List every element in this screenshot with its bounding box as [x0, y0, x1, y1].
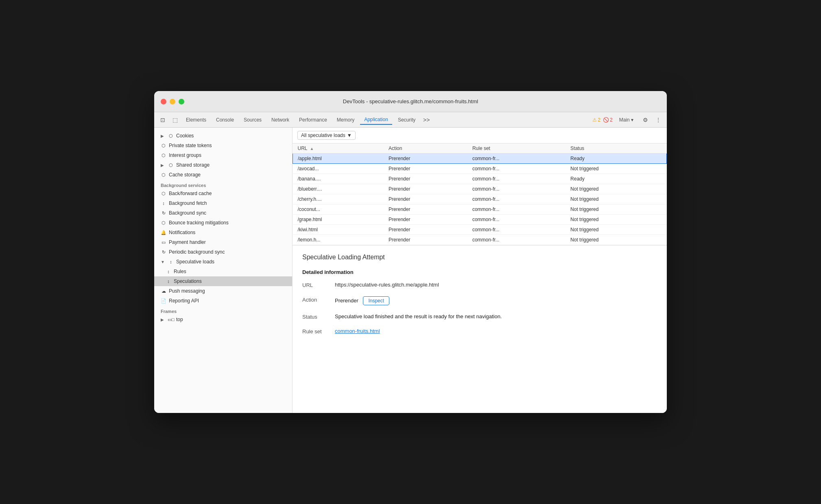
inspect-element-icon[interactable]: ⊡: [157, 115, 168, 125]
inspect-button[interactable]: Inspect: [363, 296, 389, 305]
tab-memory[interactable]: Memory: [333, 115, 358, 124]
cell-url: /banana....: [293, 174, 384, 184]
cell-status: Ready: [566, 154, 666, 164]
cell-status: Not triggered: [566, 225, 666, 235]
sidebar-item-rules[interactable]: Rules: [154, 267, 292, 276]
sidebar-item-reporting-api[interactable]: Reporting API: [154, 296, 292, 306]
arrow-icon: [166, 269, 171, 274]
sidebar-label-speculations: Speculations: [174, 278, 202, 284]
sidebar-label-periodic-background-sync: Periodic background sync: [169, 249, 225, 255]
sidebar-label-cookies: Cookies: [176, 133, 194, 139]
table-row[interactable]: /blueberr.... Prerender common-fr... Not…: [293, 184, 667, 194]
db-icon: [168, 133, 174, 139]
col-url[interactable]: URL ▲: [293, 143, 384, 154]
table-row[interactable]: /grape.html Prerender common-fr... Not t…: [293, 215, 667, 225]
filter-dropdown[interactable]: All speculative loads ▼: [297, 131, 356, 140]
arrow-icon: [168, 259, 174, 265]
error-badge[interactable]: 🚫 2: [603, 117, 613, 123]
sidebar-item-top-frame[interactable]: ▶ □ top: [154, 315, 292, 324]
cell-action: Prerender: [384, 225, 467, 235]
minimize-button[interactable]: [170, 99, 175, 104]
table-row[interactable]: /apple.html Prerender common-fr... Ready: [293, 154, 667, 164]
sidebar-item-private-state-tokens[interactable]: Private state tokens: [154, 141, 292, 150]
background-services-label: Background services: [154, 180, 292, 189]
sidebar-label-reporting-api: Reporting API: [169, 298, 199, 304]
main-dropdown[interactable]: Main ▾: [615, 115, 638, 124]
sidebar-item-notifications[interactable]: Notifications: [154, 228, 292, 237]
cell-ruleset: common-fr...: [467, 154, 566, 164]
frames-label: Frames: [154, 306, 292, 315]
sidebar-label-push-messaging: Push messaging: [169, 288, 205, 294]
table-row[interactable]: /coconut... Prerender common-fr... Not t…: [293, 204, 667, 215]
cell-status: Not triggered: [566, 204, 666, 215]
sidebar-label-back-forward-cache: Back/forward cache: [169, 191, 212, 196]
sidebar-item-speculative-loads[interactable]: Speculative loads: [154, 257, 292, 267]
col-ruleset: Rule set: [467, 143, 566, 154]
chevron-right-icon: ▶: [161, 134, 166, 138]
settings-icon[interactable]: ⚙: [640, 115, 651, 125]
table-row[interactable]: /kiwi.html Prerender common-fr... Not tr…: [293, 225, 667, 235]
sidebar-item-background-fetch[interactable]: Background fetch: [154, 198, 292, 208]
filter-bar: All speculative loads ▼: [293, 128, 667, 143]
tab-sources[interactable]: Sources: [240, 115, 266, 124]
tab-security[interactable]: Security: [394, 115, 419, 124]
detail-title: Speculative Loading Attempt: [302, 254, 657, 261]
cell-status: Not triggered: [566, 235, 666, 245]
tab-application[interactable]: Application: [360, 115, 392, 125]
sidebar-item-cache-storage[interactable]: Cache storage: [154, 170, 292, 180]
more-tabs-icon[interactable]: >>: [421, 115, 432, 125]
sidebar-item-back-forward-cache[interactable]: Back/forward cache: [154, 189, 292, 198]
ruleset-link[interactable]: common-fruits.html: [335, 328, 380, 334]
cell-ruleset: common-fr...: [467, 215, 566, 225]
sidebar-label-interest-groups: Interest groups: [169, 152, 201, 158]
warning-badge[interactable]: ⚠ 2: [592, 117, 600, 123]
sidebar-item-push-messaging[interactable]: Push messaging: [154, 286, 292, 296]
frame-icon: □: [168, 317, 174, 322]
detail-row-ruleset: Rule set common-fruits.html: [302, 328, 657, 335]
tab-console[interactable]: Console: [212, 115, 238, 124]
sidebar-label-shared-storage: Shared storage: [176, 162, 210, 168]
devtools-window: DevTools - speculative-rules.glitch.me/c…: [154, 91, 667, 413]
cell-action: Prerender: [384, 164, 467, 174]
table-row[interactable]: /banana.... Prerender common-fr... Ready: [293, 174, 667, 184]
sort-icon: ▲: [310, 146, 314, 151]
sidebar-item-bounce-tracking[interactable]: Bounce tracking mitigations: [154, 218, 292, 228]
sidebar-label-payment-handler: Payment handler: [169, 239, 206, 245]
close-button[interactable]: [161, 99, 166, 104]
detail-row-action: Action Prerender Inspect: [302, 296, 657, 305]
detail-value-status: Speculative load finished and the result…: [335, 313, 657, 319]
detail-value-action: Prerender Inspect: [335, 296, 657, 305]
window-title: DevTools - speculative-rules.glitch.me/c…: [343, 98, 478, 104]
table-row[interactable]: /avocad... Prerender common-fr... Not tr…: [293, 164, 667, 174]
warning-icon: ⚠: [592, 117, 597, 123]
tab-network[interactable]: Network: [267, 115, 293, 124]
bell-icon: [161, 230, 166, 235]
cell-url: /cherry.h....: [293, 194, 384, 204]
sidebar-item-payment-handler[interactable]: Payment handler: [154, 237, 292, 247]
sidebar-item-interest-groups[interactable]: Interest groups: [154, 150, 292, 160]
detail-label-ruleset: Rule set: [302, 328, 335, 335]
detail-label-status: Status: [302, 313, 335, 320]
cell-url: /grape.html: [293, 215, 384, 225]
cell-ruleset: common-fr...: [467, 184, 566, 194]
table-row[interactable]: /cherry.h.... Prerender common-fr... Not…: [293, 194, 667, 204]
col-status: Status: [566, 143, 666, 154]
tab-elements[interactable]: Elements: [182, 115, 210, 124]
db-icon: [161, 191, 166, 196]
table-row[interactable]: /lemon.h... Prerender common-fr... Not t…: [293, 235, 667, 245]
sidebar-label-top: top: [176, 317, 183, 322]
tab-performance[interactable]: Performance: [295, 115, 331, 124]
detail-row-url: URL https://speculative-rules.glitch.me/…: [302, 282, 657, 288]
more-options-icon[interactable]: ⋮: [653, 115, 664, 125]
sidebar-item-shared-storage[interactable]: ▶ Shared storage: [154, 160, 292, 170]
db-icon: [161, 172, 166, 178]
sidebar-item-periodic-background-sync[interactable]: Periodic background sync: [154, 247, 292, 257]
device-mode-icon[interactable]: ⬚: [170, 115, 180, 125]
sidebar-item-background-sync[interactable]: Background sync: [154, 208, 292, 218]
sidebar-item-speculations[interactable]: Speculations: [154, 276, 292, 286]
db-icon: [161, 143, 166, 148]
sidebar-item-cookies[interactable]: ▶ Cookies: [154, 131, 292, 141]
maximize-button[interactable]: [179, 99, 184, 104]
warning-count: 2: [598, 117, 600, 123]
speculations-table: URL ▲ Action Rule set Status /apple.html…: [293, 143, 667, 245]
